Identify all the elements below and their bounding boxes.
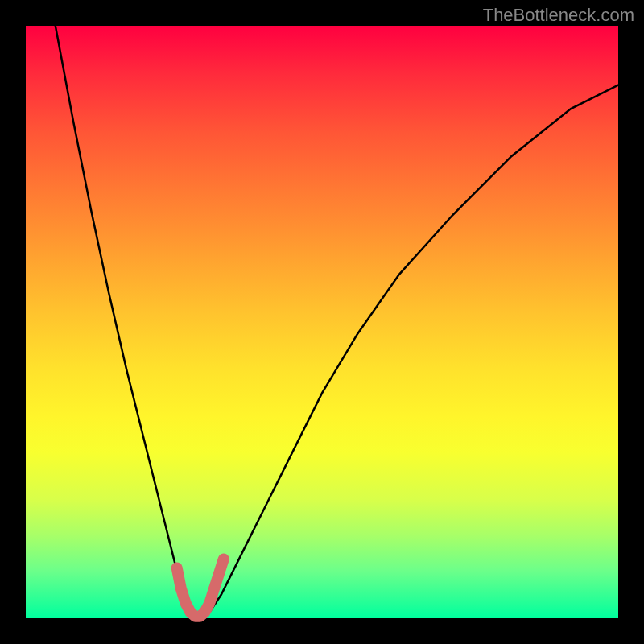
highlight-segment [177, 559, 224, 616]
watermark-text: TheBottleneck.com [483, 5, 634, 26]
bottleneck-curve [56, 26, 618, 618]
chart-svg [26, 26, 618, 618]
